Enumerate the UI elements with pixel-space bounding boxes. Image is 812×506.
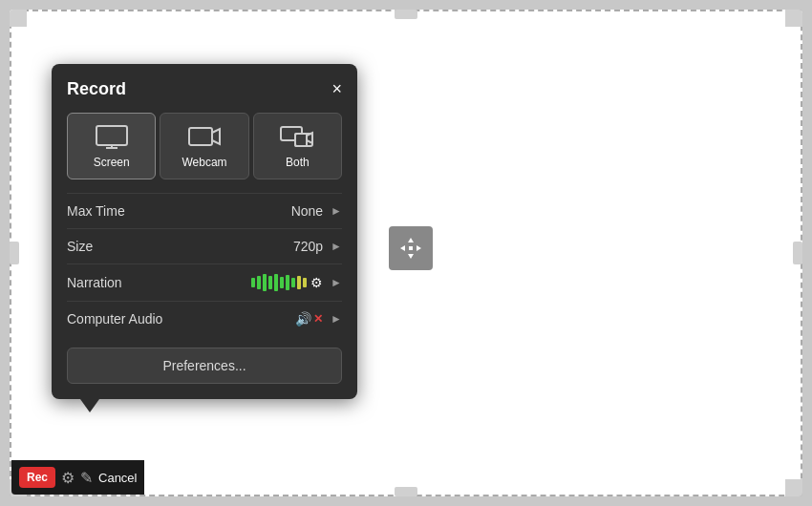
mode-buttons-group: Screen Webcam Both bbox=[67, 113, 342, 179]
cancel-button[interactable]: Cancel bbox=[98, 471, 137, 485]
svg-marker-3 bbox=[417, 245, 421, 251]
mode-both-button[interactable]: Both bbox=[253, 113, 342, 179]
size-arrow[interactable]: ► bbox=[331, 240, 342, 253]
handle-bottom-mid[interactable] bbox=[395, 487, 417, 496]
move-handle[interactable] bbox=[389, 226, 433, 270]
handle-top-right[interactable] bbox=[785, 10, 802, 27]
record-panel: Record × Screen Webcam bbox=[52, 64, 357, 399]
svg-marker-2 bbox=[400, 245, 405, 251]
narration-arrow[interactable]: ► bbox=[331, 276, 342, 289]
mode-screen-label: Screen bbox=[94, 156, 130, 169]
bar-7 bbox=[286, 275, 289, 290]
mode-both-label: Both bbox=[286, 156, 310, 169]
handle-top-mid[interactable] bbox=[395, 10, 417, 19]
panel-pointer bbox=[80, 399, 99, 412]
panel-title: Record bbox=[67, 79, 126, 99]
bottom-toolbar: Rec ⚙ ✎ Cancel bbox=[11, 460, 144, 495]
mode-screen-button[interactable]: Screen bbox=[67, 113, 156, 179]
panel-header: Record × bbox=[67, 79, 342, 99]
handle-top-left[interactable] bbox=[10, 10, 27, 27]
preferences-button[interactable]: Preferences... bbox=[67, 348, 342, 384]
bar-3 bbox=[263, 274, 267, 291]
speaker-icon: 🔊 bbox=[295, 311, 311, 327]
mode-webcam-label: Webcam bbox=[182, 156, 226, 169]
record-button[interactable]: Rec bbox=[19, 467, 55, 488]
mic-icon: ⚙ bbox=[310, 275, 323, 290]
handle-left-mid[interactable] bbox=[10, 242, 19, 264]
svg-marker-0 bbox=[408, 238, 414, 242]
edit-icon[interactable]: ✎ bbox=[80, 469, 93, 487]
computer-audio-row: Computer Audio 🔊 ✕ ► bbox=[67, 301, 342, 336]
svg-rect-11 bbox=[295, 134, 312, 146]
bar-5 bbox=[274, 274, 278, 291]
narration-label: Narration bbox=[67, 275, 251, 290]
close-button[interactable]: × bbox=[331, 79, 342, 99]
handle-bottom-right[interactable] bbox=[785, 479, 802, 496]
narration-audio-bars bbox=[251, 274, 307, 291]
bar-8 bbox=[291, 278, 295, 287]
mode-webcam-button[interactable]: Webcam bbox=[160, 113, 248, 179]
size-row: Size 720p ► bbox=[67, 228, 342, 264]
bar-4 bbox=[268, 276, 272, 289]
handle-right-mid[interactable] bbox=[793, 242, 802, 264]
bar-6 bbox=[280, 277, 284, 288]
max-time-row: Max Time None ► bbox=[67, 193, 342, 228]
bar-1 bbox=[251, 278, 255, 287]
svg-marker-1 bbox=[408, 254, 414, 259]
computer-audio-arrow[interactable]: ► bbox=[331, 312, 342, 326]
svg-rect-5 bbox=[96, 126, 127, 145]
computer-audio-label: Computer Audio bbox=[67, 311, 295, 327]
max-time-label: Max Time bbox=[67, 203, 291, 219]
svg-rect-4 bbox=[409, 246, 413, 250]
settings-icon[interactable]: ⚙ bbox=[61, 469, 75, 487]
screen-capture-area: Record × Screen Webcam bbox=[10, 10, 802, 496]
bar-10 bbox=[303, 278, 307, 287]
svg-rect-9 bbox=[189, 128, 212, 145]
muted-icon: ✕ bbox=[313, 312, 323, 326]
narration-row: Narration ⚙ ► bbox=[67, 264, 342, 301]
size-label: Size bbox=[67, 239, 293, 254]
max-time-arrow[interactable]: ► bbox=[331, 204, 342, 218]
bar-2 bbox=[257, 276, 261, 289]
max-time-value: None bbox=[291, 203, 323, 219]
bar-9 bbox=[297, 276, 301, 289]
size-value: 720p bbox=[293, 239, 323, 254]
